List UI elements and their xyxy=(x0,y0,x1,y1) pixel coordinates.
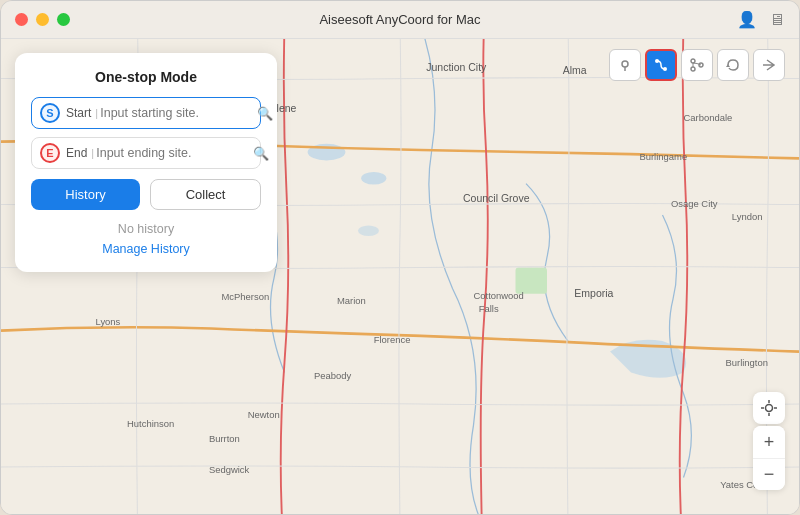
end-input-row[interactable]: E End | 🔍 xyxy=(31,137,261,169)
svg-text:Lyndon: Lyndon xyxy=(732,211,763,222)
start-input-row[interactable]: S Start | 🔍 xyxy=(31,97,261,129)
svg-text:Burlington: Burlington xyxy=(726,357,769,368)
start-icon: S xyxy=(40,103,60,123)
app-window: Aiseesoft AnyCoord for Mac 👤 🖥 xyxy=(0,0,800,515)
svg-text:Emporia: Emporia xyxy=(574,287,613,299)
end-separator: | xyxy=(91,147,94,159)
svg-text:McPherson: McPherson xyxy=(222,291,270,302)
loop-tool-button[interactable] xyxy=(717,49,749,81)
svg-text:Burlingame: Burlingame xyxy=(639,151,687,162)
start-search-icon[interactable]: 🔍 xyxy=(257,106,273,121)
manage-history-link[interactable]: Manage History xyxy=(31,242,261,256)
svg-text:Junction City: Junction City xyxy=(426,61,487,73)
zoom-in-button[interactable]: + xyxy=(753,426,785,458)
end-label: End xyxy=(66,146,87,160)
svg-point-4 xyxy=(358,226,379,237)
user-icon[interactable]: 👤 xyxy=(737,10,757,29)
svg-text:Council Grove: Council Grove xyxy=(463,192,530,204)
svg-text:Carbondale: Carbondale xyxy=(684,112,733,123)
map-toolbar xyxy=(609,49,785,81)
maximize-button[interactable] xyxy=(57,13,70,26)
svg-text:Alma: Alma xyxy=(563,64,587,76)
svg-text:Falls: Falls xyxy=(479,303,499,314)
svg-text:Osage City: Osage City xyxy=(671,198,718,209)
svg-point-33 xyxy=(699,63,703,67)
one-stop-panel: One-stop Mode S Start | 🔍 E End | 🔍 Hist… xyxy=(15,53,277,272)
route-tool-button[interactable] xyxy=(645,49,677,81)
window-controls xyxy=(15,13,70,26)
action-buttons: History Collect xyxy=(31,179,261,210)
svg-point-34 xyxy=(691,67,695,71)
svg-text:Florence: Florence xyxy=(374,334,411,345)
no-history-text: No history xyxy=(31,222,261,236)
zoom-out-button[interactable]: − xyxy=(753,458,785,490)
end-search-icon[interactable]: 🔍 xyxy=(253,146,269,161)
svg-text:Burrton: Burrton xyxy=(209,433,240,444)
my-location-button[interactable] xyxy=(753,392,785,424)
map-area[interactable]: Junction City Alma Abilene Carbondale Co… xyxy=(1,39,799,514)
panel-title: One-stop Mode xyxy=(31,69,261,85)
zoom-controls: + − xyxy=(753,426,785,490)
svg-point-36 xyxy=(766,405,773,412)
start-input[interactable] xyxy=(100,106,257,120)
svg-point-28 xyxy=(622,61,628,67)
svg-point-32 xyxy=(691,59,695,63)
start-separator: | xyxy=(95,107,98,119)
start-label: Start xyxy=(66,106,91,120)
svg-text:Hutchinson: Hutchinson xyxy=(127,418,174,429)
end-icon: E xyxy=(40,143,60,163)
svg-point-2 xyxy=(361,172,386,185)
svg-text:Peabody: Peabody xyxy=(314,370,352,381)
svg-text:Marion: Marion xyxy=(337,295,366,306)
close-button[interactable] xyxy=(15,13,28,26)
svg-text:Sedgwick: Sedgwick xyxy=(209,464,250,475)
end-input[interactable] xyxy=(96,146,253,160)
collect-button[interactable]: Collect xyxy=(150,179,261,210)
monitor-icon[interactable]: 🖥 xyxy=(769,11,785,29)
waypoint-tool-button[interactable] xyxy=(681,49,713,81)
titlebar-actions: 👤 🖥 xyxy=(737,10,785,29)
exit-button[interactable] xyxy=(753,49,785,81)
svg-text:Newton: Newton xyxy=(248,409,280,420)
svg-marker-35 xyxy=(726,64,730,67)
svg-text:Lyons: Lyons xyxy=(96,316,121,327)
app-title: Aiseesoft AnyCoord for Mac xyxy=(319,12,480,27)
titlebar: Aiseesoft AnyCoord for Mac 👤 🖥 xyxy=(1,1,799,39)
pin-tool-button[interactable] xyxy=(609,49,641,81)
minimize-button[interactable] xyxy=(36,13,49,26)
history-button[interactable]: History xyxy=(31,179,140,210)
svg-text:Cottonwood: Cottonwood xyxy=(474,290,524,301)
